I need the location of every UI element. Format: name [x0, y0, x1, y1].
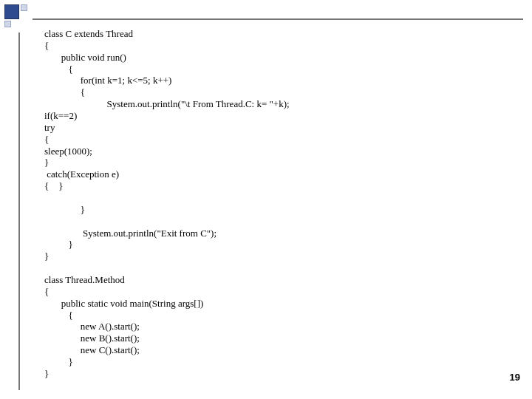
code-line: {: [44, 64, 73, 75]
page-number: 19: [510, 372, 520, 383]
code-line: }: [44, 356, 73, 367]
deco-square-large: [4, 4, 19, 19]
code-line: catch(Exception e): [44, 168, 119, 180]
code-line: }: [44, 204, 85, 215]
code-line: {: [44, 40, 49, 51]
code-line: System.out.println("\t From Thread.C: k=…: [44, 98, 290, 109]
code-line: }: [44, 368, 49, 379]
top-rule: [33, 18, 523, 20]
code-line: {: [44, 310, 73, 321]
code-line: { }: [44, 180, 63, 191]
deco-square-small-top: [21, 4, 27, 11]
code-line: class Thread.Method: [44, 274, 125, 285]
code-line: }: [44, 239, 73, 250]
code-line: sleep(1000);: [44, 146, 92, 157]
code-line: if(k==2): [44, 110, 77, 121]
left-rule: [18, 33, 20, 390]
code-line: public static void main(String args[]): [44, 298, 203, 309]
code-line: public void run(): [44, 52, 126, 63]
code-line: }: [44, 250, 49, 262]
code-line: }: [44, 157, 49, 168]
code-line: {: [44, 86, 85, 98]
code-line: new B().start();: [44, 332, 140, 344]
code-line: System.out.println("Exit from C");: [44, 228, 216, 239]
code-line: {: [44, 286, 49, 297]
code-line: new C().start();: [44, 344, 140, 355]
code-block: class C extends Thread { public void run…: [44, 28, 502, 393]
corner-decoration: [4, 4, 30, 30]
code-line: class C extends Thread: [44, 28, 133, 39]
code-line: {: [44, 134, 49, 145]
code-line: new A().start();: [44, 321, 140, 332]
code-line: try: [44, 122, 55, 133]
code-line: for(int k=1; k<=5; k++): [44, 75, 171, 86]
slide-page: class C extends Thread { public void run…: [0, 0, 532, 399]
deco-square-small-left: [4, 21, 11, 27]
